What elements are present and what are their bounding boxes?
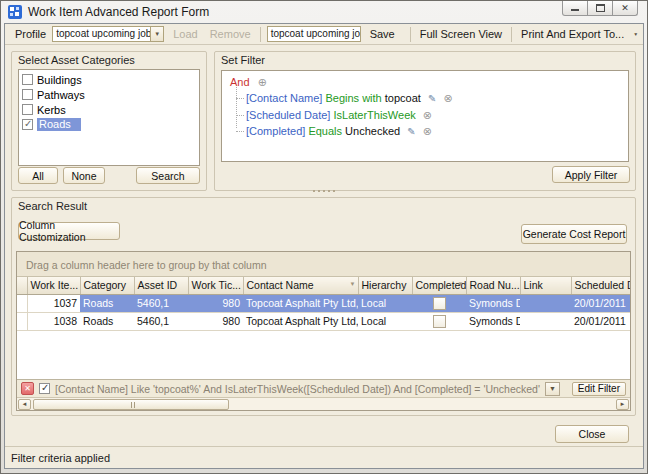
column-header-contact-name[interactable]: Contact Name▼	[243, 277, 358, 294]
close-button[interactable]: Close	[555, 425, 629, 443]
condition-operator[interactable]: Equals	[308, 125, 342, 137]
cell-scheduled-date[interactable]: 20/01/2011	[571, 294, 631, 312]
list-item-buildings[interactable]: Buildings	[19, 72, 199, 87]
completed-checkbox[interactable]	[433, 315, 446, 328]
remove-condition-icon[interactable]: ⊗	[423, 125, 432, 137]
none-button[interactable]: None	[63, 167, 105, 184]
list-item-roads[interactable]: Roads	[19, 117, 199, 132]
full-screen-view-button[interactable]: Full Screen View	[417, 26, 505, 42]
set-filter-group: Set Filter And ⊕ [Contact Name] Begins w…	[214, 51, 636, 191]
profile-name-input[interactable]: topcoat upcoming jobs	[267, 26, 361, 42]
checkbox-pathways[interactable]	[22, 89, 33, 100]
checkbox-roads[interactable]	[22, 119, 33, 130]
load-button[interactable]: Load	[170, 26, 200, 42]
profile-combobox[interactable]: topcoat upcoming jobs ▼	[52, 26, 164, 42]
group-by-panel[interactable]: Drag a column header here to group by th…	[17, 252, 630, 277]
minimize-button[interactable]	[562, 1, 588, 16]
header-row: Work Ite... Category Asset ID Work Tic..…	[17, 277, 631, 294]
filter-condition[interactable]: [Scheduled Date] IsLaterThisWeek ⊗	[233, 107, 620, 123]
search-result-group: Search Result Column Customization Gener…	[11, 197, 636, 416]
asset-categories-list: Buildings Pathways Kerbs Roads	[18, 69, 200, 166]
cell-link[interactable]	[520, 312, 571, 330]
column-header-category[interactable]: Category	[80, 277, 134, 294]
checkbox-kerbs[interactable]	[22, 104, 33, 115]
table-row[interactable]: 1038 Roads 5460,1 980 Topcoat Asphalt Pt…	[17, 312, 631, 330]
completed-checkbox[interactable]	[433, 297, 446, 310]
cell-contact-name[interactable]: Topcoat Asphalt Pty Ltd,	[243, 294, 358, 312]
cell-hierarchy[interactable]: Local	[358, 312, 412, 330]
checkbox-buildings[interactable]	[22, 74, 33, 85]
splitter-handle[interactable]	[313, 190, 335, 192]
cell-category[interactable]: Roads	[80, 312, 134, 330]
generate-cost-report-button[interactable]: Generate Cost Report	[521, 224, 627, 244]
chevron-down-icon[interactable]: ▼	[150, 27, 163, 41]
filter-root-row[interactable]: And ⊕	[230, 76, 620, 89]
edit-filter-button[interactable]: Edit Filter	[572, 382, 626, 396]
cell-work-item[interactable]: 1037	[27, 294, 80, 312]
cell-work-ticket[interactable]: 980	[188, 312, 243, 330]
cell-scheduled-date[interactable]: 20/01/2011	[571, 312, 631, 330]
filter-dropdown-button[interactable]: ▼	[545, 382, 560, 396]
scroll-left-icon[interactable]: ◄	[18, 399, 31, 410]
toolbar-separator	[511, 27, 512, 42]
column-header-completed[interactable]: Completed▼	[412, 277, 466, 294]
cell-link[interactable]	[520, 294, 571, 312]
condition-field[interactable]: [Contact Name]	[246, 92, 322, 104]
cell-work-item[interactable]: 1038	[27, 312, 80, 330]
cell-hierarchy[interactable]: Local	[358, 294, 412, 312]
column-header-work-item[interactable]: Work Ite...	[27, 277, 80, 294]
condition-value[interactable]: Unchecked	[345, 125, 400, 137]
condition-operator[interactable]: Begins with	[325, 92, 381, 104]
column-header-road-number[interactable]: Road Nu...	[466, 277, 520, 294]
filter-condition[interactable]: [Completed] Equals Unchecked ✎ ⊗	[233, 123, 620, 140]
filter-condition[interactable]: [Contact Name] Begins with topcoat ✎ ⊗	[233, 90, 620, 107]
remove-button[interactable]: Remove	[207, 26, 254, 42]
print-and-export-button[interactable]: Print And Export To...	[518, 26, 627, 42]
list-item-kerbs[interactable]: Kerbs	[19, 102, 199, 117]
column-header-work-ticket[interactable]: Work Tic...	[188, 277, 243, 294]
condition-value[interactable]: topcoat	[385, 92, 421, 104]
print-export-dropdown-arrow-icon[interactable]: ▼	[633, 31, 638, 37]
scroll-right-icon[interactable]: ►	[616, 399, 629, 410]
filter-enabled-checkbox[interactable]	[39, 383, 50, 394]
scrollbar-thumb[interactable]	[33, 399, 229, 410]
cell-completed[interactable]	[412, 294, 466, 312]
column-header-hierarchy[interactable]: Hierarchy	[358, 277, 412, 294]
column-customization-button[interactable]: Column Customization	[18, 222, 120, 240]
save-button[interactable]: Save	[367, 26, 398, 42]
edit-condition-icon[interactable]: ✎	[407, 126, 415, 137]
remove-filter-button[interactable]: ✕	[21, 382, 34, 395]
cell-contact-name[interactable]: Topcoat Asphalt Pty Ltd,	[243, 312, 358, 330]
add-condition-icon[interactable]: ⊕	[258, 76, 267, 88]
remove-condition-icon[interactable]: ⊗	[423, 109, 432, 121]
close-window-button[interactable]: ✕	[612, 1, 638, 16]
list-item-pathways[interactable]: Pathways	[19, 87, 199, 102]
condition-field[interactable]: [Scheduled Date]	[246, 109, 330, 121]
filter-funnel-icon[interactable]: ▼	[350, 281, 356, 287]
edit-condition-icon[interactable]: ✎	[428, 93, 436, 104]
list-item-label: Roads	[37, 118, 81, 131]
cell-road-number[interactable]: Symonds Dr	[466, 312, 520, 330]
condition-field[interactable]: [Completed]	[246, 125, 305, 137]
column-header-scheduled-date[interactable]: Scheduled Date	[571, 277, 631, 294]
cell-category[interactable]: Roads	[80, 294, 134, 312]
cell-work-ticket[interactable]: 980	[188, 294, 243, 312]
search-button[interactable]: Search	[136, 167, 200, 184]
filter-funnel-icon[interactable]: ▼	[458, 281, 464, 287]
cell-asset-id[interactable]: 5460,1	[134, 312, 188, 330]
column-header-asset-id[interactable]: Asset ID	[134, 277, 188, 294]
title-bar[interactable]: Work Item Advanced Report Form ✕	[4, 1, 644, 23]
table-row[interactable]: 1037 Roads 5460,1 980 Topcoat Asphalt Pt…	[17, 294, 631, 312]
maximize-button[interactable]	[587, 1, 613, 16]
filter-root-operator[interactable]: And	[230, 76, 250, 88]
cell-completed[interactable]	[412, 312, 466, 330]
cell-asset-id[interactable]: 5460,1	[134, 294, 188, 312]
cell-road-number[interactable]: Symonds Dr	[466, 294, 520, 312]
apply-filter-button[interactable]: Apply Filter	[552, 166, 630, 183]
remove-condition-icon[interactable]: ⊗	[443, 92, 452, 104]
all-button[interactable]: All	[18, 167, 58, 184]
column-header-link[interactable]: Link	[520, 277, 571, 294]
horizontal-scrollbar[interactable]: ◄ ►	[17, 397, 630, 410]
condition-operator[interactable]: IsLaterThisWeek	[333, 109, 415, 121]
maximize-icon	[596, 4, 605, 12]
